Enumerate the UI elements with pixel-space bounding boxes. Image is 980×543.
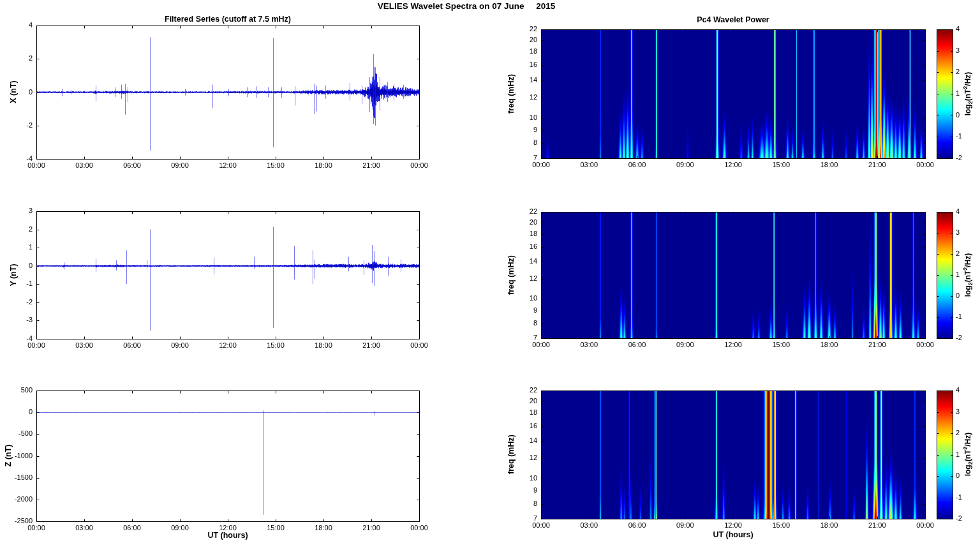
cb3-label-post: /Hz): [963, 433, 972, 447]
cb3-label-sup: 2: [962, 447, 969, 450]
cb2-label-mid: (nT: [963, 271, 972, 283]
ylabel-freq-2: freq (mHz): [507, 255, 516, 295]
colorbar-1-label: log2(nT2/Hz): [962, 72, 974, 116]
colorbar-3-label: log2(nT2/Hz): [962, 433, 974, 477]
ylabel-freq-1: freq (mHz): [507, 74, 516, 114]
xlabel-ut-hours-left: UT (hours): [207, 531, 248, 540]
wavelet-power-title: Pc4 Wavelet Power: [697, 15, 769, 24]
cb3-label-mid: (nT: [963, 450, 972, 462]
cb2-label-sup: 2: [962, 267, 969, 271]
ylabel-z-nt: Z (nT): [4, 445, 13, 467]
ylabel-freq-3: freq (mHz): [507, 435, 516, 474]
figure-title: VELIES Wavelet Spectra on 07 June 2015: [0, 1, 933, 11]
plots-canvas: [0, 0, 980, 543]
cb1-label-pre: log: [963, 104, 972, 115]
cb2-label-sub: 2: [967, 282, 974, 285]
cb1-label-sub: 2: [967, 101, 974, 104]
cb1-label-sup: 2: [962, 86, 969, 89]
colorbar-2-label: log2(nT2/Hz): [962, 253, 974, 297]
filtered-series-title: Filtered Series (cutoff at 7.5 mHz): [165, 15, 291, 24]
wavelet-spectra-figure: VELIES Wavelet Spectra on 07 June 2015 F…: [0, 0, 980, 543]
cb1-label-mid: (nT: [963, 89, 972, 101]
cb3-label-sub: 2: [967, 461, 974, 465]
cb1-label-post: /Hz): [963, 72, 972, 86]
ylabel-y-nt: Y (nT): [9, 264, 18, 286]
xlabel-ut-hours-right: UT (hours): [713, 530, 753, 539]
ylabel-x-nt: X (nT): [9, 80, 18, 103]
cb2-label-pre: log: [963, 285, 972, 297]
cb2-label-post: /Hz): [963, 253, 972, 267]
cb3-label-pre: log: [963, 465, 972, 476]
